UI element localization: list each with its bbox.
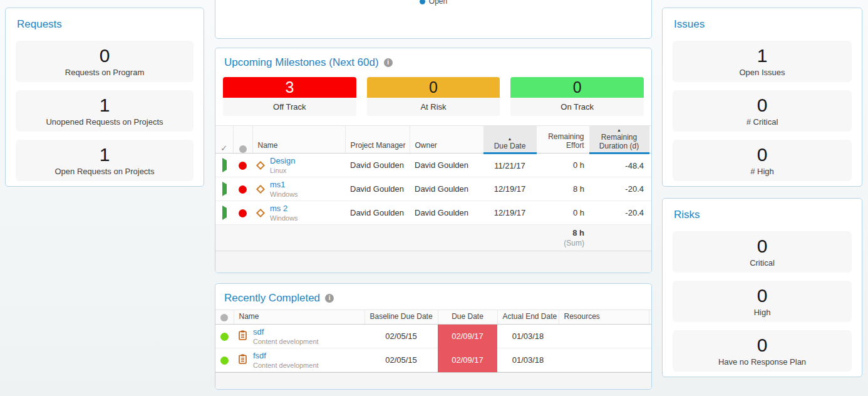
summary-off-track-bar: 3: [223, 77, 356, 98]
milestone-icon: [256, 208, 265, 217]
off-track-status-icon: [239, 162, 247, 170]
remaining-effort-cell: 0 h: [536, 201, 589, 225]
stat-no-response-plan[interactable]: 0 Have no Response Plan: [673, 330, 852, 372]
stat-label: Have no Response Plan: [718, 357, 806, 367]
task-link[interactable]: fsdf: [253, 351, 319, 360]
column-header-actual-end-date[interactable]: Actual End Date: [497, 310, 559, 325]
column-header-remaining-effort[interactable]: Remaining Effort: [536, 126, 589, 154]
off-track-status-icon: [239, 209, 247, 217]
column-header-remaining-duration[interactable]: ▲ Remaining Duration (d): [589, 126, 649, 154]
stat-label: Requests on Program: [65, 68, 144, 77]
column-header-resources[interactable]: Resources: [559, 310, 649, 325]
select-all-header[interactable]: ✓: [215, 126, 233, 154]
task-link[interactable]: sdf: [253, 327, 319, 336]
due-date-cell: 12/19/17: [483, 177, 536, 201]
spacer-column-header: [649, 126, 651, 154]
summary-at-risk-bar: 0: [367, 77, 500, 98]
expand-row-icon[interactable]: [222, 182, 227, 196]
baseline-due-date-cell: 02/05/15: [364, 325, 438, 348]
milestone-icon: [256, 184, 265, 193]
completed-header-row: Name Baseline Due Date Due Date Actual E…: [215, 310, 651, 325]
project-manager-cell: David Goulden: [345, 177, 410, 201]
completed-title-row: Recently Completed i: [215, 284, 651, 310]
status-column-header[interactable]: [233, 126, 252, 154]
recently-completed-panel: Recently Completed i Name Baseline Due D…: [215, 283, 652, 390]
status-dot-icon: [220, 314, 228, 321]
project-manager-cell: David Goulden: [345, 201, 410, 225]
issues-panel-title: Issues: [674, 18, 852, 31]
on-track-status-icon: [220, 357, 229, 365]
upcoming-milestones-panel: Upcoming Milestones (Next 60d) i 3 Off T…: [215, 48, 652, 273]
milestone-link[interactable]: Design: [270, 156, 295, 165]
info-icon[interactable]: i: [384, 58, 393, 67]
off-track-status-icon: [239, 185, 247, 194]
remaining-duration-cell: -20.4: [589, 201, 649, 225]
milestones-header-row: ✓ Name Project Manager Owner ▲ Due Date …: [215, 126, 651, 154]
milestone-link[interactable]: ms1: [270, 180, 298, 189]
stat-critical-risks[interactable]: 0 Critical: [673, 231, 852, 273]
column-header-baseline-due-date[interactable]: Baseline Due Date: [364, 310, 438, 325]
column-header-owner[interactable]: Owner: [410, 126, 483, 154]
expand-row-icon[interactable]: [222, 206, 227, 220]
expand-row-icon[interactable]: [222, 158, 227, 172]
sort-asc-icon: ▲: [489, 137, 531, 142]
completed-row-sdf[interactable]: sdf Content development 02/05/15 02/09/1…: [215, 325, 651, 348]
sort-asc-icon: ▲: [595, 128, 644, 133]
checkmark-icon: ✓: [220, 143, 227, 153]
stat-high-issues[interactable]: 0 # High: [673, 140, 852, 181]
summary-on-track-value: 0: [573, 78, 582, 96]
milestone-link[interactable]: ms 2: [270, 204, 298, 213]
owner-cell: David Goulden: [410, 177, 483, 201]
due-date-cell: 12/19/17: [483, 201, 536, 225]
column-header-due-date[interactable]: ▲ Due Date: [483, 126, 536, 154]
task-clipboard-icon: [239, 354, 247, 366]
summary-off-track-label: Off Track: [223, 98, 356, 116]
remaining-duration-cell: -20.4: [589, 177, 649, 201]
summary-on-track-bar: 0: [510, 77, 644, 98]
chart-legend-item-open[interactable]: Open: [420, 0, 447, 6]
info-icon[interactable]: i: [325, 294, 334, 303]
column-header-name[interactable]: Name: [252, 126, 345, 154]
milestone-project-sub: Windows: [270, 190, 298, 198]
remaining-duration-cell: -48.4: [589, 154, 649, 177]
completed-table: Name Baseline Due Date Due Date Actual E…: [215, 310, 651, 372]
milestone-row-ms1[interactable]: ms1 Windows David Goulden David Goulden …: [215, 177, 651, 201]
owner-cell: David Goulden: [410, 201, 483, 225]
stat-open-issues[interactable]: 1 Open Issues: [673, 41, 852, 82]
status-chart-panel: Open: [215, 0, 652, 39]
stat-label: Unopened Requests on Projects: [46, 117, 163, 127]
stat-high-risks[interactable]: 0 High: [673, 281, 852, 322]
project-manager-cell: David Goulden: [345, 154, 410, 177]
column-header-due-date[interactable]: Due Date: [438, 310, 497, 325]
summary-off-track[interactable]: 3 Off Track: [223, 77, 356, 116]
remaining-effort-line2: Effort: [566, 141, 584, 150]
milestone-row-design[interactable]: Design Linux David Goulden David Goulden…: [215, 154, 651, 177]
column-header-project-manager[interactable]: Project Manager: [345, 126, 410, 154]
stat-label: High: [754, 308, 771, 317]
summary-on-track-label: On Track: [510, 98, 644, 116]
stat-label: Critical: [750, 258, 775, 268]
summary-on-track[interactable]: 0 On Track: [510, 77, 644, 116]
summary-at-risk[interactable]: 0 At Risk: [367, 77, 500, 116]
legend-open-dot-icon: [420, 0, 425, 4]
summary-off-track-value: 3: [285, 78, 294, 96]
summary-at-risk-value: 0: [429, 78, 438, 96]
baseline-due-date-cell: 02/05/15: [364, 348, 438, 372]
milestones-table-footer: [215, 251, 651, 273]
stat-value: 0: [757, 145, 768, 165]
stat-requests-on-program[interactable]: 0 Requests on Program: [16, 41, 194, 82]
status-column-header[interactable]: [215, 310, 234, 325]
chart-legend: Open: [215, 0, 651, 6]
stat-value: 0: [757, 286, 768, 306]
stat-unopened-requests[interactable]: 1 Unopened Requests on Projects: [16, 90, 194, 132]
stat-label: Open Requests on Projects: [55, 167, 155, 176]
completed-row-fsdf[interactable]: fsdf Content development 02/05/15 02/09/…: [215, 348, 651, 372]
status-dot-icon: [239, 145, 247, 153]
column-header-name[interactable]: Name: [234, 310, 364, 325]
stat-open-requests[interactable]: 1 Open Requests on Projects: [16, 140, 194, 181]
task-project-sub: Content development: [253, 362, 319, 369]
remaining-duration-line1: Remaining: [601, 133, 637, 142]
milestone-row-ms2[interactable]: ms 2 Windows David Goulden David Goulden…: [215, 201, 651, 225]
stat-critical-issues[interactable]: 0 # Critical: [673, 90, 852, 132]
stat-value: 1: [100, 145, 110, 165]
